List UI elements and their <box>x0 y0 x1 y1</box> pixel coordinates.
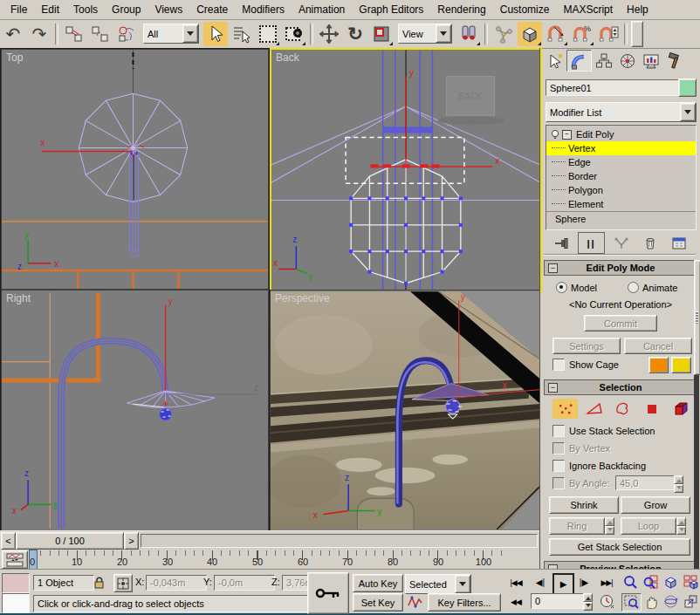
previous-frame-button[interactable]: ◀| <box>531 574 550 591</box>
remove-modifier-button[interactable] <box>637 233 662 253</box>
modifier-list-dropdown[interactable]: Modifier List <box>546 102 697 122</box>
window-crossing-toggle-button[interactable] <box>282 22 306 46</box>
rollout-header-edit-poly-mode[interactable]: − Edit Poly Mode <box>544 260 696 276</box>
snaps-toggle-button[interactable] <box>518 22 542 46</box>
menu-item-customize[interactable]: Customize <box>493 2 557 17</box>
configure-modifier-sets-button[interactable] <box>666 233 691 253</box>
radio-on-icon[interactable] <box>556 282 567 293</box>
panel-scrollbar-track[interactable] <box>694 260 699 569</box>
next-frame-button[interactable]: |▶ <box>574 574 594 591</box>
loop-button[interactable]: Loop <box>621 517 676 535</box>
select-and-move-button[interactable] <box>317 22 341 46</box>
make-unique-button[interactable] <box>608 233 634 253</box>
menu-item-tools[interactable]: Tools <box>66 2 105 17</box>
dropdown-arrow-icon[interactable] <box>436 24 451 43</box>
current-frame-field[interactable]: 0 <box>531 593 588 609</box>
grow-button[interactable]: Grow <box>621 496 690 514</box>
element-sub-object-button[interactable] <box>668 399 693 419</box>
select-and-manipulate-button[interactable] <box>491 22 516 46</box>
ignore-backfacing-checkbox[interactable]: Ignore Backfacing <box>552 460 646 472</box>
menu-item-create[interactable]: Create <box>189 2 235 17</box>
ring-button[interactable]: Ring <box>549 517 605 535</box>
play-animation-button[interactable]: ▶ <box>552 573 574 595</box>
spinner-snap-toggle-button[interactable] <box>596 22 621 46</box>
tab-create[interactable] <box>543 51 566 71</box>
set-key-button[interactable]: Set Key <box>353 593 403 612</box>
menu-item-animation[interactable]: Animation <box>292 2 352 17</box>
pin-stack-button[interactable] <box>549 233 574 253</box>
spinner-down-icon[interactable] <box>674 484 683 493</box>
clipped-toolbar-button[interactable] <box>631 21 643 47</box>
use-pivot-point-button[interactable] <box>456 22 481 46</box>
x-coordinate-field[interactable]: -0,043m <box>146 575 207 591</box>
tab-motion[interactable] <box>615 51 639 71</box>
bulb-icon[interactable] <box>550 129 560 140</box>
key-filters-button[interactable]: Key Filters... <box>428 593 501 612</box>
dropdown-arrow-icon[interactable] <box>680 103 696 121</box>
zoom-button[interactable] <box>621 574 640 591</box>
go-to-start-button[interactable]: |◀◀ <box>504 574 527 591</box>
tab-modify-active[interactable] <box>566 50 592 72</box>
viewport-top[interactable]: x y x z Top <box>1 49 269 290</box>
viewport-right-canvas[interactable]: y z z y x <box>2 290 268 530</box>
y-coordinate-field[interactable]: -0,0m <box>214 575 275 591</box>
stack-row-sphere[interactable]: Sphere <box>546 211 696 226</box>
frame-spinner[interactable] <box>583 593 593 609</box>
select-and-scale-button[interactable] <box>369 22 394 46</box>
stack-row-polygon[interactable]: Polygon <box>546 183 696 197</box>
settings-button[interactable]: Settings <box>552 338 621 354</box>
absolute-mode-toggle[interactable] <box>113 574 133 592</box>
by-angle-spinner[interactable] <box>674 475 683 490</box>
spinner-down-icon[interactable] <box>583 602 593 611</box>
tab-hierarchy[interactable] <box>592 51 615 71</box>
time-slider-next-key-button[interactable]: > <box>124 532 139 550</box>
spinner-up-icon[interactable] <box>676 517 686 526</box>
viewport-right-label[interactable]: Right <box>6 292 31 304</box>
zoom-extents-button[interactable] <box>662 574 680 591</box>
undo-button[interactable]: ↶ <box>1 22 25 46</box>
viewport-right[interactable]: y z z y x Right <box>1 290 269 531</box>
keyboard-shortcut-override-button[interactable] <box>307 572 349 614</box>
viewport-back-canvas[interactable]: BACK <box>271 50 540 290</box>
rollout-header-preview-selection-clipped[interactable]: − Preview Selection <box>544 561 694 569</box>
menu-item-file[interactable]: File <box>3 2 34 17</box>
viewport-perspective-label[interactable]: Perspective <box>275 292 330 304</box>
open-mini-curve-editor-button[interactable] <box>2 550 28 569</box>
by-vertex-checkbox[interactable]: By Vertex <box>552 442 610 454</box>
select-object-button[interactable] <box>203 22 228 46</box>
stack-row-vertex-selected[interactable]: Vertex <box>546 141 696 155</box>
border-sub-object-button[interactable] <box>610 399 635 419</box>
edge-sub-object-button[interactable] <box>581 399 607 419</box>
maximize-viewport-toggle-button[interactable] <box>682 593 700 610</box>
angle-snap-toggle-button[interactable] <box>544 22 568 46</box>
spinner-down-icon[interactable] <box>676 526 686 535</box>
stack-row-edit-poly[interactable]: − Edit Poly <box>546 127 696 141</box>
polygon-sub-object-button[interactable] <box>639 399 664 419</box>
radio-model[interactable]: Model <box>556 282 597 293</box>
auto-key-button[interactable]: Auto Key <box>353 574 403 592</box>
select-and-rotate-button[interactable]: ↻ <box>343 22 367 46</box>
selection-lock-toggle[interactable] <box>91 574 108 591</box>
zoom-region-button[interactable] <box>621 593 642 612</box>
viewport-perspective[interactable]: y x z x y Perspective <box>270 290 540 531</box>
object-name-field[interactable]: Sphere01 <box>546 79 680 96</box>
checkbox-icon[interactable] <box>552 359 565 371</box>
key-mode-toggle-button[interactable]: ◀◀ <box>504 593 527 610</box>
track-bar[interactable]: 0 10 20 30 40 50 60 70 80 90 100 <box>0 550 539 569</box>
selection-filter-dropdown[interactable]: All <box>143 24 199 44</box>
vertex-sub-object-button[interactable] <box>552 399 578 419</box>
tab-display[interactable] <box>639 51 662 71</box>
checkbox-icon[interactable] <box>552 460 565 472</box>
viewport-top-canvas[interactable]: x y x z <box>2 50 268 289</box>
rectangular-selection-region-button[interactable] <box>256 22 280 46</box>
spinner-up-icon[interactable] <box>605 517 614 526</box>
spinner-down-icon[interactable] <box>605 526 614 535</box>
viewport-back-active[interactable]: BACK <box>270 48 542 292</box>
menu-item-maxscript[interactable]: MAXScript <box>556 2 620 17</box>
go-to-end-button[interactable]: ▶▶| <box>595 574 618 591</box>
show-cage-checkbox[interactable]: Show Cage <box>552 359 619 371</box>
shrink-button[interactable]: Shrink <box>549 496 619 514</box>
pan-view-button[interactable] <box>642 593 660 610</box>
select-and-link-icon[interactable] <box>62 22 86 46</box>
checkbox-icon[interactable] <box>552 477 565 489</box>
